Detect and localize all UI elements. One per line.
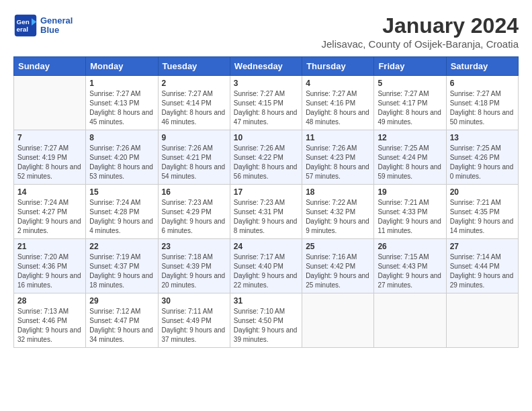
day-number: 27 [450, 242, 515, 251]
day-info: Sunrise: 7:25 AMSunset: 4:24 PMDaylight:… [378, 144, 442, 181]
calendar-cell: 5Sunrise: 7:27 AMSunset: 4:17 PMDaylight… [374, 76, 446, 130]
calendar-cell: 31Sunrise: 7:10 AMSunset: 4:50 PMDayligh… [230, 293, 302, 348]
calendar-cell: 4Sunrise: 7:27 AMSunset: 4:16 PMDaylight… [302, 76, 374, 130]
logo-icon: Gen eral [13, 13, 38, 38]
day-header-sunday: Sunday [14, 57, 86, 76]
calendar-cell: 27Sunrise: 7:14 AMSunset: 4:44 PMDayligh… [446, 239, 518, 293]
calendar-cell: 21Sunrise: 7:20 AMSunset: 4:36 PMDayligh… [14, 239, 86, 293]
day-info: Sunrise: 7:27 AMSunset: 4:17 PMDaylight:… [378, 89, 442, 127]
calendar-cell: 16Sunrise: 7:23 AMSunset: 4:29 PMDayligh… [158, 185, 230, 239]
day-info: Sunrise: 7:26 AMSunset: 4:23 PMDaylight:… [306, 144, 370, 181]
month-title: January 2024 [322, 13, 519, 38]
day-info: Sunrise: 7:16 AMSunset: 4:42 PMDaylight:… [306, 253, 370, 290]
day-info: Sunrise: 7:22 AMSunset: 4:32 PMDaylight:… [306, 198, 370, 236]
day-number: 1 [89, 79, 154, 88]
calendar-cell [302, 293, 374, 348]
day-number: 4 [306, 79, 370, 88]
calendar-cell: 6Sunrise: 7:27 AMSunset: 4:18 PMDaylight… [446, 76, 518, 130]
day-header-wednesday: Wednesday [230, 57, 302, 76]
day-info: Sunrise: 7:27 AMSunset: 4:14 PMDaylight:… [162, 89, 226, 127]
page-header: Gen eral General Blue January 2024 Jelis… [13, 13, 519, 50]
day-info: Sunrise: 7:20 AMSunset: 4:36 PMDaylight:… [17, 253, 82, 290]
days-header-row: SundayMondayTuesdayWednesdayThursdayFrid… [14, 57, 519, 76]
calendar-cell: 8Sunrise: 7:26 AMSunset: 4:20 PMDaylight… [86, 130, 158, 185]
calendar-cell: 17Sunrise: 7:23 AMSunset: 4:31 PMDayligh… [230, 185, 302, 239]
day-number: 12 [378, 133, 442, 142]
day-number: 21 [17, 242, 82, 251]
calendar-cell: 12Sunrise: 7:25 AMSunset: 4:24 PMDayligh… [374, 130, 446, 185]
day-number: 16 [162, 187, 226, 197]
day-info: Sunrise: 7:15 AMSunset: 4:43 PMDaylight:… [378, 253, 442, 290]
title-section: January 2024 Jelisavac, County of Osijek… [322, 13, 519, 50]
day-number: 2 [162, 79, 226, 88]
calendar-cell: 13Sunrise: 7:25 AMSunset: 4:26 PMDayligh… [446, 130, 518, 185]
week-row-2: 7Sunrise: 7:27 AMSunset: 4:19 PMDaylight… [14, 130, 519, 185]
day-number: 30 [162, 296, 226, 306]
calendar-cell: 14Sunrise: 7:24 AMSunset: 4:27 PMDayligh… [14, 185, 86, 239]
calendar-cell: 15Sunrise: 7:24 AMSunset: 4:28 PMDayligh… [86, 185, 158, 239]
week-row-1: 1Sunrise: 7:27 AMSunset: 4:13 PMDaylight… [14, 76, 519, 130]
day-number: 9 [162, 133, 226, 142]
day-info: Sunrise: 7:24 AMSunset: 4:28 PMDaylight:… [89, 198, 154, 236]
day-info: Sunrise: 7:25 AMSunset: 4:26 PMDaylight:… [450, 144, 515, 181]
calendar-cell: 2Sunrise: 7:27 AMSunset: 4:14 PMDaylight… [158, 76, 230, 130]
day-info: Sunrise: 7:27 AMSunset: 4:15 PMDaylight:… [234, 89, 298, 127]
day-number: 13 [450, 133, 515, 142]
day-info: Sunrise: 7:26 AMSunset: 4:22 PMDaylight:… [234, 144, 298, 181]
day-number: 28 [17, 296, 82, 306]
logo: Gen eral General Blue [13, 13, 73, 38]
day-number: 7 [17, 133, 82, 142]
day-number: 11 [306, 133, 370, 142]
calendar-cell: 26Sunrise: 7:15 AMSunset: 4:43 PMDayligh… [374, 239, 446, 293]
day-info: Sunrise: 7:13 AMSunset: 4:46 PMDaylight:… [17, 307, 82, 345]
week-row-5: 28Sunrise: 7:13 AMSunset: 4:46 PMDayligh… [14, 293, 519, 348]
calendar-cell: 22Sunrise: 7:19 AMSunset: 4:37 PMDayligh… [86, 239, 158, 293]
day-number: 23 [162, 242, 226, 251]
day-info: Sunrise: 7:23 AMSunset: 4:29 PMDaylight:… [162, 198, 226, 236]
calendar-cell: 7Sunrise: 7:27 AMSunset: 4:19 PMDaylight… [14, 130, 86, 185]
day-info: Sunrise: 7:26 AMSunset: 4:21 PMDaylight:… [162, 144, 226, 181]
day-number: 26 [378, 242, 442, 251]
day-info: Sunrise: 7:27 AMSunset: 4:16 PMDaylight:… [306, 89, 370, 127]
day-number: 15 [89, 187, 154, 197]
day-number: 24 [234, 242, 298, 251]
day-number: 31 [234, 296, 298, 306]
day-info: Sunrise: 7:23 AMSunset: 4:31 PMDaylight:… [234, 198, 298, 236]
day-info: Sunrise: 7:21 AMSunset: 4:35 PMDaylight:… [450, 198, 515, 236]
day-number: 25 [306, 242, 370, 251]
day-info: Sunrise: 7:21 AMSunset: 4:33 PMDaylight:… [378, 198, 442, 236]
calendar-cell: 25Sunrise: 7:16 AMSunset: 4:42 PMDayligh… [302, 239, 374, 293]
day-info: Sunrise: 7:18 AMSunset: 4:39 PMDaylight:… [162, 253, 226, 290]
day-info: Sunrise: 7:19 AMSunset: 4:37 PMDaylight:… [89, 253, 154, 290]
calendar-cell: 10Sunrise: 7:26 AMSunset: 4:22 PMDayligh… [230, 130, 302, 185]
day-number: 18 [306, 187, 370, 197]
calendar-cell: 1Sunrise: 7:27 AMSunset: 4:13 PMDaylight… [86, 76, 158, 130]
calendar-table: SundayMondayTuesdayWednesdayThursdayFrid… [13, 56, 519, 348]
day-info: Sunrise: 7:27 AMSunset: 4:13 PMDaylight:… [89, 89, 154, 127]
day-info: Sunrise: 7:26 AMSunset: 4:20 PMDaylight:… [89, 144, 154, 181]
logo-text: General Blue [40, 16, 73, 36]
day-header-friday: Friday [374, 57, 446, 76]
day-header-saturday: Saturday [446, 57, 518, 76]
calendar-cell: 9Sunrise: 7:26 AMSunset: 4:21 PMDaylight… [158, 130, 230, 185]
day-number: 29 [89, 296, 154, 306]
day-info: Sunrise: 7:24 AMSunset: 4:27 PMDaylight:… [17, 198, 82, 236]
svg-text:eral: eral [17, 26, 29, 33]
day-number: 20 [450, 187, 515, 197]
day-info: Sunrise: 7:12 AMSunset: 4:47 PMDaylight:… [89, 307, 154, 345]
day-number: 6 [450, 79, 515, 88]
day-info: Sunrise: 7:27 AMSunset: 4:18 PMDaylight:… [450, 89, 515, 127]
calendar-cell [374, 293, 446, 348]
day-number: 14 [17, 187, 82, 197]
calendar-cell: 28Sunrise: 7:13 AMSunset: 4:46 PMDayligh… [14, 293, 86, 348]
calendar-cell: 11Sunrise: 7:26 AMSunset: 4:23 PMDayligh… [302, 130, 374, 185]
calendar-cell [14, 76, 86, 130]
calendar-cell: 18Sunrise: 7:22 AMSunset: 4:32 PMDayligh… [302, 185, 374, 239]
day-info: Sunrise: 7:10 AMSunset: 4:50 PMDaylight:… [234, 307, 298, 345]
calendar-cell: 19Sunrise: 7:21 AMSunset: 4:33 PMDayligh… [374, 185, 446, 239]
day-number: 8 [89, 133, 154, 142]
day-number: 19 [378, 187, 442, 197]
day-number: 17 [234, 187, 298, 197]
location-subtitle: Jelisavac, County of Osijek-Baranja, Cro… [322, 38, 519, 50]
day-header-monday: Monday [86, 57, 158, 76]
